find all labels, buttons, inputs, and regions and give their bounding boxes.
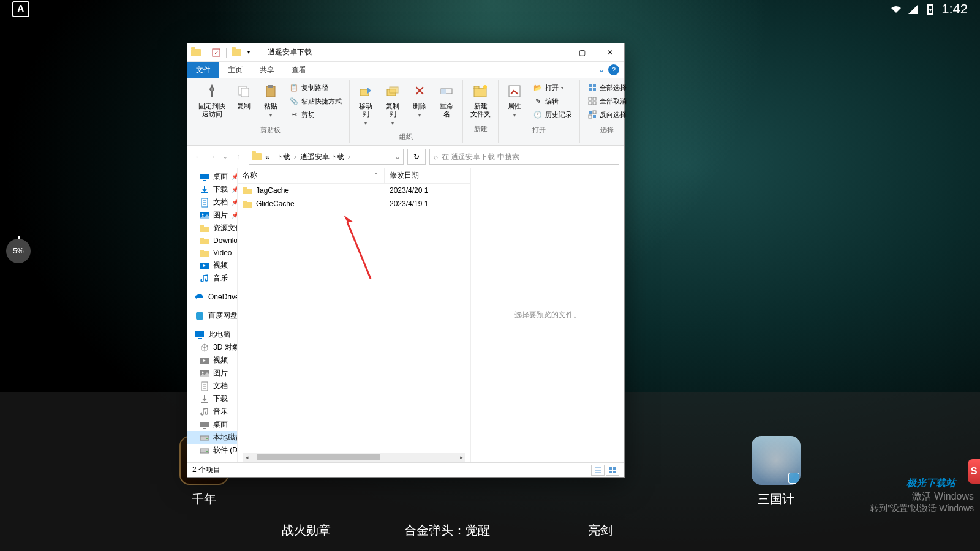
copy-button[interactable]: 复制 <box>233 81 255 111</box>
recent-dd[interactable]: ⌄ <box>219 151 232 163</box>
nav-pc-8[interactable]: 软件 (D:) <box>187 444 237 457</box>
delete-button[interactable]: ✕删除▾ <box>409 81 431 119</box>
svg-rect-7 <box>360 89 369 96</box>
refresh-button[interactable]: ↻ <box>407 149 426 165</box>
column-date[interactable]: 修改日期 <box>385 168 470 183</box>
file-list[interactable]: 名称⌃ 修改日期 flagCache2023/4/20 1GlideCache2… <box>238 168 471 462</box>
nav-quick-4[interactable]: 资源文件 <box>187 222 237 234</box>
svg-rect-19 <box>593 88 596 91</box>
floating-badge[interactable]: 5% <box>6 239 31 263</box>
svg-rect-6 <box>268 85 273 88</box>
maximize-button[interactable]: ▢ <box>568 43 596 62</box>
edit-button[interactable]: ✎编辑 <box>530 95 575 107</box>
side-edge-button[interactable]: S <box>968 459 980 484</box>
paste-shortcut-button[interactable]: 📎粘贴快捷方式 <box>287 95 344 107</box>
navigation-pane[interactable]: 桌面📌下载📌文档📌图片📌资源文件DownloadsVideo视频音乐OneDri… <box>187 168 238 462</box>
help-button[interactable]: ? <box>608 64 619 75</box>
svg-rect-36 <box>200 239 209 244</box>
nav-quick-5[interactable]: Downloads <box>187 234 237 247</box>
search-icon: ⌕ <box>434 152 438 161</box>
breadcrumb-root[interactable]: « <box>263 151 272 162</box>
folder-icon <box>243 186 252 195</box>
move-icon <box>357 83 374 100</box>
tab-home[interactable]: 主页 <box>219 62 251 78</box>
nav-quick-8[interactable]: 音乐 <box>187 272 237 285</box>
properties-button[interactable]: 属性▾ <box>503 81 526 119</box>
copy-icon <box>235 83 252 100</box>
move-to-button[interactable]: 移动到▾ <box>355 81 377 127</box>
copy-to-button[interactable]: 复制到▾ <box>382 81 404 127</box>
breadcrumb-current[interactable]: 逍遥安卓下载 <box>298 151 347 163</box>
nav-pc-6[interactable]: 桌面 <box>187 418 237 431</box>
dock-item-sanguo[interactable]: 三国计 <box>752 436 801 508</box>
folder-icon <box>200 236 209 246</box>
breadcrumb-downloads[interactable]: 下载 <box>273 151 293 163</box>
svg-point-46 <box>202 371 204 373</box>
addr-dropdown[interactable]: ⌄ <box>394 152 401 161</box>
nav-onedrive[interactable]: OneDrive - Personal <box>187 291 237 303</box>
nav-pc-2[interactable]: 图片 <box>187 367 237 380</box>
nav-pc-7[interactable]: 本地磁盘 (C:) <box>187 431 237 444</box>
nav-this-pc[interactable]: 此电脑 <box>187 328 237 341</box>
pin-to-quick-access-button[interactable]: 固定到快 速访问 <box>196 81 228 119</box>
nav-pc-0[interactable]: 3D 对象 <box>187 341 237 354</box>
baidu-icon <box>195 311 205 321</box>
rename-button[interactable]: 重命名 <box>435 81 458 119</box>
new-folder-icon <box>472 83 489 100</box>
paste-button[interactable]: 粘贴 ▾ <box>260 81 282 119</box>
select-all-button[interactable]: 全部选择 <box>585 81 629 94</box>
nav-pc-3[interactable]: 文档 <box>187 380 237 392</box>
dock-label-2[interactable]: 战火勋章 <box>282 522 331 539</box>
nav-pc-4[interactable]: 下载 <box>187 392 237 405</box>
up-button[interactable]: ↑ <box>233 151 245 163</box>
titlebar[interactable]: ▾ 逍遥安卓下载 ─ ▢ ✕ <box>187 43 624 62</box>
pin-icon: 📌 <box>232 212 238 219</box>
ribbon-collapse[interactable]: ⌄ <box>595 66 608 74</box>
nav-pc-1[interactable]: 视频 <box>187 354 237 367</box>
nav-quick-0[interactable]: 桌面📌 <box>187 170 237 183</box>
search-input[interactable]: ⌕ 在 逍遥安卓下载 中搜索 <box>429 149 619 165</box>
svg-rect-50 <box>203 428 206 429</box>
music-icon <box>200 274 209 283</box>
invert-selection-button[interactable]: 反向选择 <box>585 108 629 121</box>
nav-quick-2[interactable]: 文档📌 <box>187 196 237 209</box>
back-button[interactable]: ← <box>192 151 205 163</box>
nav-quick-3[interactable]: 图片📌 <box>187 209 237 222</box>
forward-button[interactable]: → <box>206 151 218 163</box>
dock-label-4[interactable]: 亮剑 <box>588 522 612 539</box>
svg-rect-38 <box>200 251 209 257</box>
history-button[interactable]: 🕐历史记录 <box>530 108 575 121</box>
file-row-0[interactable]: flagCache2023/4/20 1 <box>238 184 470 197</box>
tab-share[interactable]: 共享 <box>251 62 283 78</box>
svg-rect-61 <box>609 471 612 473</box>
nav-quick-6[interactable]: Video <box>187 247 237 259</box>
view-details-button[interactable] <box>591 465 605 476</box>
select-none-button[interactable]: 全部取消 <box>585 95 629 107</box>
nav-quick-1[interactable]: 下载📌 <box>187 183 237 196</box>
minimize-button[interactable]: ─ <box>540 43 568 62</box>
svg-rect-20 <box>589 97 592 100</box>
nav-baidu[interactable]: 百度网盘同步空间 <box>187 309 237 322</box>
close-button[interactable]: ✕ <box>596 43 624 62</box>
tab-file[interactable]: 文件 <box>187 62 219 78</box>
qat-dropdown[interactable]: ▾ <box>244 48 254 58</box>
svg-rect-58 <box>243 201 247 203</box>
copy-path-button[interactable]: 📋复制路径 <box>287 81 344 94</box>
nav-pc-5[interactable]: 音乐 <box>187 405 237 418</box>
cut-button[interactable]: ✂剪切 <box>287 108 344 121</box>
open-button[interactable]: 📂打开▾ <box>530 81 575 94</box>
shortcut-icon: 📎 <box>289 96 299 106</box>
new-folder-button[interactable]: 新建 文件夹 <box>468 81 493 119</box>
nav-quick-7[interactable]: 视频 <box>187 259 237 272</box>
tab-view[interactable]: 查看 <box>283 62 315 78</box>
dock-label-3[interactable]: 合金弹头：觉醒 <box>404 522 490 539</box>
column-name[interactable]: 名称⌃ <box>238 168 385 183</box>
svg-rect-1 <box>929 4 932 5</box>
navigation-bar: ← → ⌄ ↑ « 下载 › 逍遥安卓下载 › ⌄ ↻ ⌕ 在 逍遥安卓下载 中… <box>187 146 624 168</box>
invert-icon <box>587 110 597 119</box>
address-bar[interactable]: « 下载 › 逍遥安卓下载 › ⌄ <box>249 149 404 165</box>
horizontal-scrollbar[interactable]: ◂▸ <box>243 452 466 462</box>
view-icons-button[interactable] <box>606 465 619 476</box>
file-row-1[interactable]: GlideCache2023/4/19 1 <box>238 197 470 211</box>
qat-properties[interactable] <box>211 48 221 58</box>
